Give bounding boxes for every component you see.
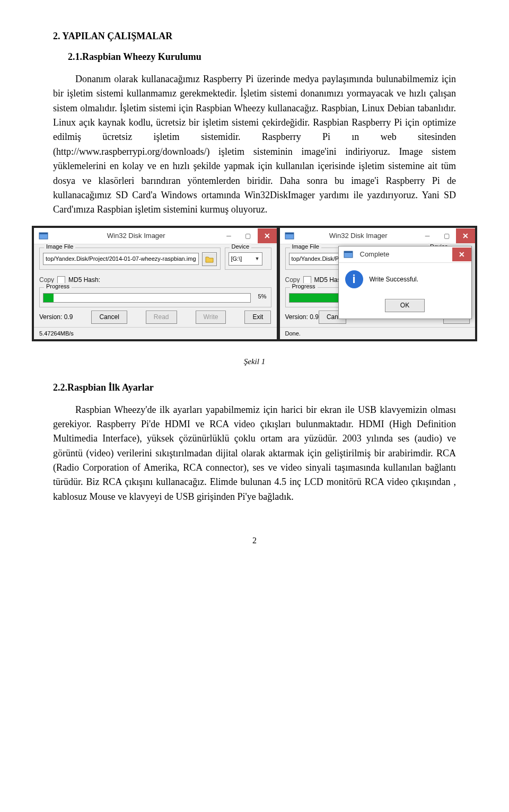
- maximize-button[interactable]: ▢: [239, 228, 258, 243]
- status-bar: 5.47264MB/s: [34, 327, 277, 339]
- progress-percent: 5%: [258, 293, 267, 299]
- dialog-close-button[interactable]: ✕: [452, 248, 471, 261]
- titlebar: Win32 Disk Imager ─ ▢ ✕: [280, 228, 476, 244]
- dialog-message: Write Successful.: [370, 276, 418, 283]
- paragraph-1: Donanım olarak kullanacağımız Raspberry …: [53, 72, 456, 217]
- exit-button[interactable]: Exit: [244, 311, 271, 324]
- complete-dialog: Complete ✕ i Write Successful. OK: [338, 246, 472, 319]
- close-button[interactable]: ✕: [456, 228, 475, 243]
- progress-label: Progress: [290, 283, 318, 289]
- write-button[interactable]: Write: [196, 311, 226, 324]
- chevron-down-icon: ▼: [255, 256, 260, 261]
- md5-label: MD5 Hash:: [68, 276, 100, 284]
- window-title: Win32 Disk Imager: [53, 232, 220, 240]
- image-path-input[interactable]: top/Yandex.Disk/Project/2014-01-07-wheez…: [43, 253, 199, 265]
- paragraph-2: Raspbian Wheezy'de ilk ayarları yapabilm…: [53, 403, 456, 505]
- subsection-2-heading: 2.2.Raspbian İlk Ayarlar: [53, 382, 456, 393]
- image-file-label: Image File: [44, 243, 75, 250]
- read-button[interactable]: Read: [146, 311, 177, 324]
- figure-caption: Şekil 1: [53, 357, 456, 366]
- win32-right: Win32 Disk Imager ─ ▢ ✕ Image File top/Y…: [280, 228, 476, 339]
- info-icon: i: [345, 270, 363, 288]
- dialog-icon: [343, 249, 354, 260]
- svg-rect-3: [285, 233, 294, 234]
- device-dropdown[interactable]: [G:\] ▼: [229, 252, 262, 266]
- ok-button[interactable]: OK: [385, 299, 425, 312]
- figure-1: Win32 Disk Imager ─ ▢ ✕ Image File top/Y…: [32, 226, 477, 341]
- minimize-button[interactable]: ─: [418, 228, 437, 243]
- page-number: 2: [53, 536, 456, 545]
- cancel-button[interactable]: Cancel: [91, 311, 127, 324]
- svg-rect-1: [39, 233, 48, 234]
- subsection-heading: 2.1.Raspbian Wheezy Kurulumu: [68, 51, 456, 63]
- svg-rect-5: [344, 251, 353, 253]
- device-value: [G:\]: [231, 255, 242, 262]
- window-title: Win32 Disk Imager: [299, 232, 418, 240]
- dialog-title: Complete: [358, 250, 452, 258]
- titlebar: Win32 Disk Imager ─ ▢ ✕: [34, 228, 277, 244]
- device-label: Device: [230, 243, 252, 250]
- image-file-label: Image File: [290, 243, 321, 250]
- version-label: Version: 0.9: [285, 313, 319, 321]
- browse-button[interactable]: [202, 252, 217, 266]
- progress-bar: [43, 293, 251, 303]
- status-bar: Done.: [280, 327, 476, 339]
- progress-label: Progress: [44, 283, 72, 289]
- maximize-button[interactable]: ▢: [437, 228, 456, 243]
- app-icon: [38, 231, 49, 241]
- minimize-button[interactable]: ─: [220, 228, 239, 243]
- version-label: Version: 0.9: [39, 313, 73, 321]
- close-button[interactable]: ✕: [258, 228, 277, 243]
- app-icon: [284, 231, 295, 241]
- section-heading: 2. YAPILAN ÇALIŞMALAR: [53, 31, 456, 42]
- win32-left: Win32 Disk Imager ─ ▢ ✕ Image File top/Y…: [34, 228, 277, 339]
